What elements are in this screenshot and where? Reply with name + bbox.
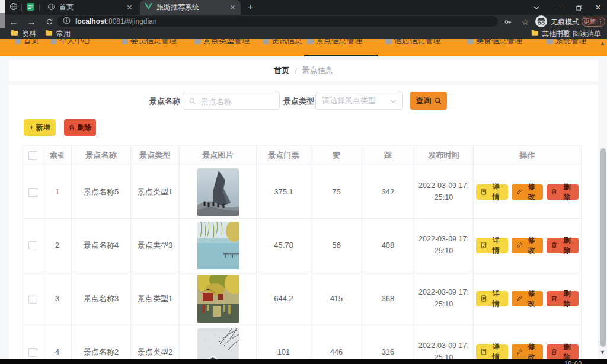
bulk-delete-button[interactable]: 删除 — [64, 119, 96, 136]
incognito-badge: 无痕模式 — [535, 15, 579, 29]
scenic-photo-snow-scene[interactable] — [197, 328, 239, 360]
delete-button[interactable]: 删除 — [547, 184, 579, 200]
cell-dislikes: 368 — [362, 272, 414, 325]
pinned-tab-globe[interactable] — [9, 3, 18, 12]
tab-separator — [21, 4, 22, 11]
main-nav-bar: 首页个人中心会员信息管理景点类型管理资讯信息景点信息管理酒店信息管理美食信息管理… — [0, 39, 607, 56]
scenic-photo-autumn-pavilion[interactable] — [197, 275, 239, 323]
tab-travel-system[interactable]: 旅游推荐系统 ✕ — [140, 0, 241, 15]
reload-button[interactable] — [41, 15, 57, 28]
key-icon[interactable] — [501, 15, 515, 28]
cell-type: 景点类型3 — [131, 219, 180, 272]
label: 阅读清单 — [573, 29, 601, 39]
detail-button[interactable]: 详情 — [476, 291, 508, 306]
window-minimize-button[interactable]: – — [550, 0, 568, 15]
cell-likes: 415 — [311, 272, 362, 325]
site-info-icon[interactable] — [63, 17, 71, 26]
row-checkbox[interactable] — [28, 188, 37, 197]
scenic-photo-mountain-peak[interactable] — [197, 168, 239, 216]
breadcrumb: 首页 / 景点信息 — [9, 60, 598, 81]
other-bookmarks[interactable] — [531, 29, 539, 39]
cell-dislikes: 408 — [362, 219, 414, 272]
select-placeholder: 请选择景点类型 — [322, 95, 376, 106]
folder-icon — [531, 30, 539, 38]
bookmark-folder-changyong[interactable]: 常用 — [45, 29, 71, 39]
tab-home[interactable]: 首页 ✕ — [43, 0, 138, 15]
nav-item-2[interactable]: 个人中心 — [50, 39, 90, 46]
window-restore-button[interactable] — [570, 0, 588, 15]
cell-type: 景点类型1 — [131, 272, 180, 325]
bookmark-label: 资料 — [22, 29, 36, 39]
window-close-button[interactable]: ✕ — [589, 0, 607, 15]
menu-icon — [122, 39, 128, 44]
nav-item-1[interactable]: 首页 — [15, 39, 39, 46]
row-checkbox[interactable] — [28, 241, 37, 250]
cell-dislikes: 342 — [362, 165, 414, 219]
row-checkbox[interactable] — [28, 295, 37, 304]
search-icon — [435, 97, 442, 104]
scenic-name-input[interactable] — [200, 92, 278, 110]
nav-item-7[interactable]: 酒店信息管理 — [385, 39, 440, 46]
cell-likes: 446 — [311, 325, 362, 360]
menu-icon — [15, 39, 21, 44]
close-tab-icon[interactable]: ✕ — [229, 4, 236, 11]
trash-icon — [69, 124, 75, 131]
nav-item-9[interactable]: 系统管理 — [547, 39, 586, 46]
reading-list[interactable]: 阅读清单 — [562, 29, 601, 39]
select-all-checkbox[interactable] — [28, 151, 37, 160]
detail-button[interactable]: 详情 — [476, 184, 508, 200]
delete-button[interactable]: 删除 — [547, 344, 579, 360]
trash-icon — [551, 242, 557, 248]
kebab-menu-icon[interactable]: ⋮ — [598, 18, 604, 25]
new-tab-button[interactable]: + — [248, 2, 253, 12]
bookmark-folder-ziliao[interactable]: 资料 — [11, 29, 36, 39]
bookmarks-bar — [0, 28, 607, 40]
nav-item-6-active[interactable]: 景点信息管理 — [307, 39, 362, 46]
pinned-tab-sheet[interactable] — [26, 3, 35, 12]
address-bar[interactable]: localhost:8081/#/jingdian — [57, 16, 498, 27]
add-button[interactable]: + 新增 — [24, 119, 56, 136]
query-button[interactable]: 查询 — [410, 92, 447, 110]
scrollbar-up-arrow[interactable]: ▲ — [600, 41, 605, 46]
scenic-name-input-wrap — [183, 92, 280, 110]
edit-button[interactable]: 修改 — [512, 184, 544, 200]
menu-icon — [307, 39, 314, 44]
scrollbar-down-arrow[interactable]: ▼ — [600, 350, 605, 355]
bookmark-star-icon[interactable]: ☆ — [519, 15, 532, 28]
edit-button[interactable]: 修改 — [512, 344, 544, 360]
edit-button[interactable]: 修改 — [512, 238, 544, 253]
detail-button[interactable]: 详情 — [476, 238, 508, 253]
detail-label: 详情 — [489, 342, 503, 360]
nav-item-4[interactable]: 景点类型管理 — [194, 39, 250, 46]
close-tab-icon[interactable]: ✕ — [126, 4, 133, 11]
update-button[interactable]: 更新 ⋮ — [582, 17, 605, 27]
delete-button[interactable]: 删除 — [547, 291, 579, 306]
scrollbar-thumb[interactable] — [600, 148, 606, 347]
cell-ticket: 45.78 — [257, 219, 311, 272]
cell-dislikes: 316 — [362, 325, 414, 360]
nav-item-8[interactable]: 美食信息管理 — [467, 39, 522, 46]
cell-name: 景点名称3 — [72, 272, 131, 325]
detail-button[interactable]: 详情 — [476, 344, 508, 360]
edit-button[interactable]: 修改 — [512, 291, 544, 306]
cell-name: 景点名称5 — [72, 165, 131, 219]
update-label: 更新 — [583, 17, 596, 26]
scenic-type-select[interactable]: 请选择景点类型 — [315, 92, 403, 110]
globe-icon — [47, 3, 55, 12]
nav-item-label: 资讯信息 — [271, 39, 302, 46]
cell-publish-time: 2022-03-09 17:25:10 — [414, 325, 474, 360]
scenic-photo-lake-willow[interactable] — [197, 222, 239, 269]
forward-button[interactable]: → — [24, 15, 39, 28]
row-checkbox[interactable] — [28, 348, 37, 357]
table-row: 4 景点名称2 景点类型2 101 446 316 2022-03-09 17:… — [23, 325, 582, 360]
breadcrumb-home[interactable]: 首页 — [274, 65, 289, 76]
delete-label: 删除 — [560, 182, 574, 202]
trash-icon — [551, 349, 557, 355]
delete-button[interactable]: 删除 — [547, 238, 579, 253]
back-button[interactable]: ← — [6, 15, 21, 28]
window-menu-chevron[interactable] — [528, 0, 545, 15]
nav-item-5[interactable]: 资讯信息 — [263, 39, 302, 46]
nav-item-3[interactable]: 会员信息管理 — [122, 39, 177, 46]
document-icon — [481, 295, 487, 302]
edit-label: 修改 — [525, 235, 539, 256]
